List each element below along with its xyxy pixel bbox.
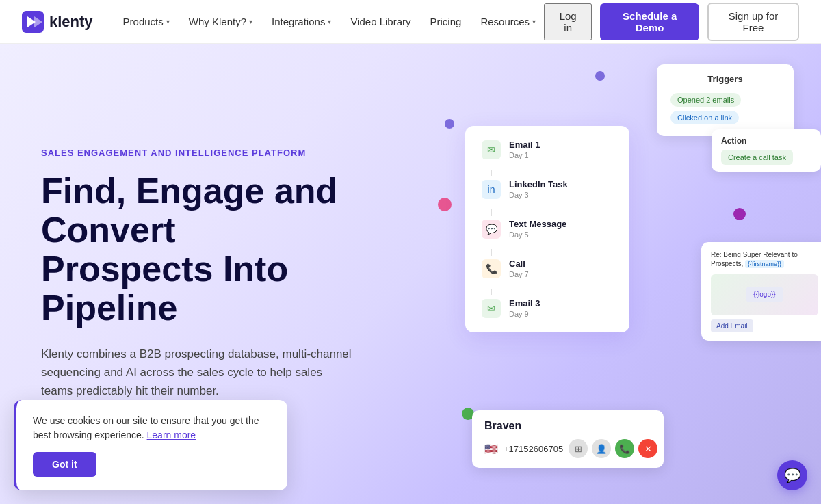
flag-icon: 🇺🇸 xyxy=(484,442,498,455)
learn-more-link[interactable]: Learn more xyxy=(147,429,196,440)
seq-item-email1: ✉ Email 1Day 1 xyxy=(482,140,613,160)
email-preview-card: Re: Being Super Relevant to Prospects, {… xyxy=(701,242,821,341)
decoration-dot xyxy=(595,71,605,81)
grid-icon[interactable]: ⊞ xyxy=(569,439,588,458)
seq-text-sms: Text MessageDay 5 xyxy=(509,219,566,239)
nav-resources[interactable]: Resources ▾ xyxy=(472,10,544,33)
hero-right-mockups: Triggers Opened 2 emails Clicked on a li… xyxy=(438,51,821,502)
sequence-card: ✉ Email 1Day 1 in LinkedIn TaskDay 3 💬 T… xyxy=(465,126,629,332)
call-row: 🇺🇸 +17152606705 ⊞ 👤 📞 ✕ xyxy=(484,439,651,458)
seq-item-linkedin: in LinkedIn TaskDay 3 xyxy=(482,179,613,200)
hero-tag: Sales Engagement and Intelligence Platfo… xyxy=(41,148,356,158)
seq-connector xyxy=(491,289,492,295)
seq-text-email3: Email 3Day 9 xyxy=(509,298,540,319)
triggers-card: Triggers Opened 2 emails Clicked on a li… xyxy=(657,64,794,136)
triggers-title: Triggers xyxy=(669,74,781,84)
logo-text: klenty xyxy=(49,13,93,31)
nav-products[interactable]: Products ▾ xyxy=(115,10,178,33)
user-icon[interactable]: 👤 xyxy=(592,439,611,458)
linkedin-icon: in xyxy=(482,180,501,199)
logo[interactable]: klenty xyxy=(22,11,93,33)
sms-icon: 💬 xyxy=(482,220,501,239)
seq-item-call: 📞 CallDay 7 xyxy=(482,258,613,279)
trigger-badges: Opened 2 emails Clicked on a link xyxy=(669,91,781,127)
call-accept-button[interactable]: 📞 xyxy=(615,439,634,458)
seq-connector xyxy=(491,170,492,176)
trigger-badge-opened: Opened 2 emails xyxy=(670,93,741,107)
email-icon: ✉ xyxy=(482,140,501,159)
contact-call-card: Braven 🇺🇸 +17152606705 ⊞ 👤 📞 ✕ xyxy=(472,410,664,468)
decoration-dot xyxy=(733,208,746,220)
seq-text-linkedin: LinkedIn TaskDay 3 xyxy=(509,179,568,200)
decoration-dot xyxy=(445,119,454,129)
schedule-demo-button[interactable]: Schedule a Demo xyxy=(600,3,699,40)
action-title: Action xyxy=(721,136,811,146)
nav-pricing[interactable]: Pricing xyxy=(422,10,470,33)
signup-button[interactable]: Sign up for Free xyxy=(707,3,799,41)
chevron-down-icon: ▾ xyxy=(249,18,252,25)
chat-bubble-button[interactable]: 💬 xyxy=(777,460,807,490)
call-decline-button[interactable]: ✕ xyxy=(638,439,657,458)
action-card: Action Create a call task xyxy=(712,129,821,172)
nav-links: Products ▾ Why Klenty? ▾ Integrations ▾ … xyxy=(115,10,544,33)
nav-integrations[interactable]: Integrations ▾ xyxy=(263,10,339,33)
email-thumbnail: {{logo}} xyxy=(711,274,818,315)
nav-actions: Log in Schedule a Demo Sign up for Free xyxy=(544,3,799,41)
seq-text-call: CallDay 7 xyxy=(509,258,529,279)
hero-title: Find, Engage and Convert Prospects Into … xyxy=(41,172,356,328)
contact-name: Braven xyxy=(484,420,651,432)
seq-connector xyxy=(491,249,492,256)
nav-why-klenty[interactable]: Why Klenty? ▾ xyxy=(181,10,261,33)
cookie-text: We use cookies on our site to ensure tha… xyxy=(33,414,271,442)
hero-left: Sales Engagement and Intelligence Platfo… xyxy=(0,107,397,441)
trigger-badge-clicked: Clicked on a link xyxy=(670,111,739,124)
email-icon: ✉ xyxy=(482,299,501,318)
firstname-tag: {{firstname}} xyxy=(745,260,784,268)
chevron-down-icon: ▾ xyxy=(328,18,331,25)
hero-description: Klenty combines a B2B prospecting databa… xyxy=(41,345,356,401)
add-email-button[interactable]: Add Email xyxy=(711,319,753,332)
seq-text-email1: Email 1Day 1 xyxy=(509,140,540,160)
got-it-button[interactable]: Got it xyxy=(33,452,96,477)
phone-number: +17152606705 xyxy=(504,444,563,454)
nav-video-library[interactable]: Video Library xyxy=(342,10,419,33)
create-call-task-button[interactable]: Create a call task xyxy=(721,150,793,165)
navbar: klenty Products ▾ Why Klenty? ▾ Integrat… xyxy=(0,0,821,44)
login-button[interactable]: Log in xyxy=(544,3,592,40)
logo-tag: {{logo}} xyxy=(746,287,782,302)
email-subject: Re: Being Super Relevant to Prospects, {… xyxy=(711,250,818,269)
chevron-down-icon: ▾ xyxy=(166,18,170,25)
call-action-icons: ⊞ 👤 📞 ✕ xyxy=(569,439,657,458)
call-icon: 📞 xyxy=(482,259,501,278)
cookie-banner: We use cookies on our site to ensure tha… xyxy=(14,400,287,490)
decoration-dot xyxy=(438,198,452,211)
seq-item-email3: ✉ Email 3Day 9 xyxy=(482,298,613,319)
chevron-down-icon: ▾ xyxy=(532,18,536,25)
seq-connector xyxy=(491,209,492,216)
chat-icon: 💬 xyxy=(784,467,801,483)
seq-item-sms: 💬 Text MessageDay 5 xyxy=(482,219,613,239)
klenty-logo-icon xyxy=(22,11,44,33)
hero-section: Sales Engagement and Intelligence Platfo… xyxy=(0,44,821,504)
